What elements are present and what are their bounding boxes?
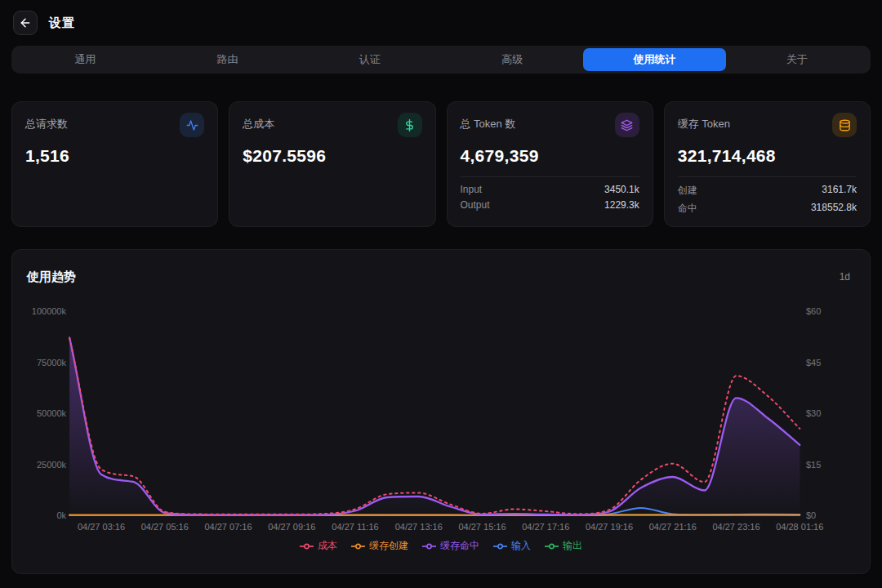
stat-value: 1,516 [25,146,204,166]
x-tick-label: 04/27 11:16 [332,522,378,532]
sub-label: 命中 [678,202,697,216]
stat-label: 缓存 Token [678,113,730,131]
legend-label: 成本 [318,539,337,553]
stat-value: 4,679,359 [461,146,639,166]
x-tick-label: 04/27 23:16 [712,522,760,532]
tab-usage-stats[interactable]: 使用统计 [583,48,725,71]
y-tick-right: $60 [806,306,821,316]
stat-sub-row-output: Output 1229.3k [461,199,639,211]
x-tick-label: 04/27 07:16 [204,522,252,532]
stat-value: $207.5596 [243,146,421,166]
legend-item-输出[interactable]: 输出 [545,539,582,553]
y-tick-left: 100000k [12,306,66,316]
y-tick-left: 75000k [12,358,66,368]
legend-marker-icon [422,543,436,550]
header: 设置 [0,0,882,35]
legend-label: 缓存命中 [440,539,479,553]
chart-legend: 成本 缓存创建 缓存命中 输入 输出 [12,539,870,553]
x-tick-label: 04/27 09:16 [268,522,315,532]
x-tick-label: 04/27 15:16 [458,522,506,532]
x-tick-label: 04/27 05:16 [141,522,189,532]
legend-marker-icon [493,543,507,550]
settings-page: 设置 通用 路由 认证 高级 使用统计 关于 总请求数 1,516 总成本 [0,0,882,574]
stat-card-cached-tokens: 缓存 Token 321,714,468 创建 3161.7k 命中 31855… [664,101,871,227]
tab-general[interactable]: 通用 [14,48,156,71]
sub-value: 3450.1k [604,184,639,195]
tab-advanced[interactable]: 高级 [441,48,583,71]
x-tick-label: 04/27 19:16 [586,522,633,532]
y-tick-left: 0k [12,510,66,520]
usage-trend-card: 使用趋势 1d 100000k75000k50000k25000k0k $60$… [11,249,871,574]
y-tick-right: $45 [806,358,821,368]
legend-item-缓存命中[interactable]: 缓存命中 [422,539,479,553]
stat-card-total-tokens: 总 Token 数 4,679,359 Input 3450.1k Output… [447,101,653,227]
stat-sub-row-input: Input 3450.1k [461,184,639,195]
back-button[interactable] [13,11,38,35]
x-tick-label: 04/27 13:16 [395,522,443,532]
divider [461,176,639,177]
x-tick-label: 04/27 17:16 [522,522,569,532]
legend-label: 输入 [511,539,531,553]
dollar-icon [398,113,422,137]
legend-label: 输出 [563,539,582,553]
legend-item-成本[interactable]: 成本 [300,539,337,553]
sub-value: 318552.8k [811,202,857,216]
stat-sub-row-hit: 命中 318552.8k [678,202,857,216]
sub-value: 3161.7k [822,184,857,198]
x-tick-label: 04/27 03:16 [78,522,125,532]
tab-routing[interactable]: 路由 [156,48,298,71]
series-area-缓存命中 [69,338,800,516]
database-icon [832,113,857,137]
stat-label: 总成本 [243,113,274,131]
legend-marker-icon [351,543,365,550]
stat-card-total-requests: 总请求数 1,516 [11,101,218,227]
legend-marker-icon [545,543,559,550]
stat-cards: 总请求数 1,516 总成本 $207.5596 总 Token 数 [11,101,871,226]
stat-card-total-cost: 总成本 $207.5596 [229,101,435,227]
tab-auth[interactable]: 认证 [299,48,441,71]
y-tick-right: $15 [806,460,821,470]
tab-about[interactable]: 关于 [726,48,868,71]
stat-value: 321,714,468 [678,146,857,166]
divider [678,176,857,177]
legend-label: 缓存创建 [369,539,408,553]
activity-icon [180,113,204,137]
page-title: 设置 [49,16,75,31]
arrow-left-icon [19,16,32,29]
y-tick-left: 50000k [12,408,66,418]
stat-label: 总 Token 数 [461,113,516,131]
sub-label: Input [461,184,483,195]
legend-item-缓存创建[interactable]: 缓存创建 [351,539,408,553]
stat-label: 总请求数 [25,113,68,131]
legend-marker-icon [300,543,314,550]
x-tick-label: 04/27 21:16 [649,522,697,532]
x-tick-label: 04/28 01:16 [776,522,823,532]
sub-label: Output [461,199,490,211]
layers-icon [615,113,639,137]
legend-item-输入[interactable]: 输入 [493,539,531,553]
sub-label: 创建 [678,184,697,198]
stat-sub-row-created: 创建 3161.7k [678,184,857,198]
y-tick-right: $0 [806,510,816,520]
y-tick-left: 25000k [12,460,66,470]
tab-bar: 通用 路由 认证 高级 使用统计 关于 [11,46,871,74]
y-tick-right: $30 [806,408,821,418]
sub-value: 1229.3k [604,199,639,211]
